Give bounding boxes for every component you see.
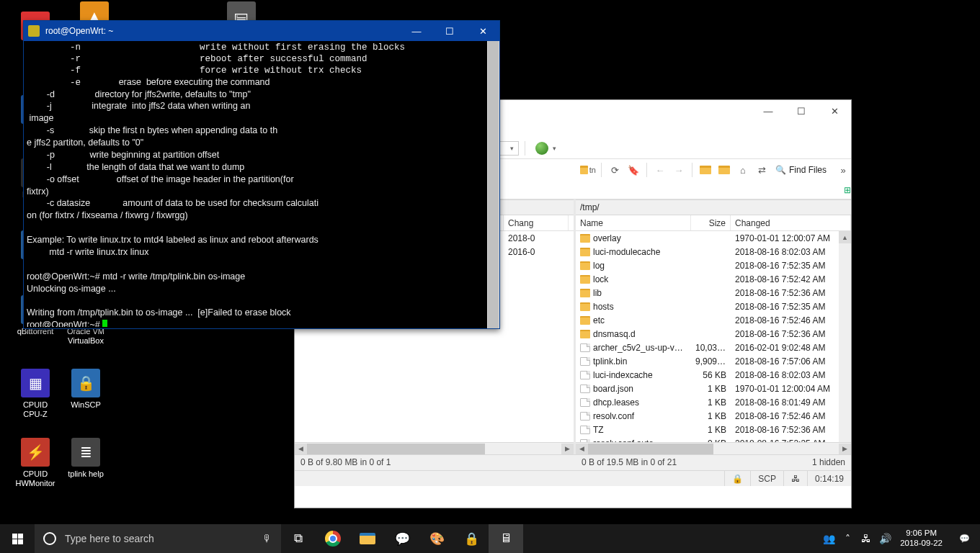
expand-right[interactable]: »	[835, 162, 851, 178]
app-icon-2[interactable]: 🎨	[419, 524, 454, 553]
putty-title-text: root@OpenWrt: ~	[45, 26, 113, 36]
table-row[interactable]: luci-indexcache56 KB2018-08-16 8:02:03 A…	[576, 368, 851, 382]
table-row[interactable]: etc2018-08-16 7:52:46 AM	[576, 313, 851, 327]
network-icon[interactable]: 🖧	[857, 533, 876, 544]
table-row[interactable]: lib2018-08-16 7:52:36 AM	[576, 286, 851, 300]
home-icon[interactable]: ⌂	[735, 162, 751, 178]
table-row[interactable]: log2018-08-16 7:52:35 AM	[576, 258, 851, 272]
desktop-icon-winscp[interactable]: 🔒WinSCP	[61, 369, 111, 410]
desktop-icon-tplink-help[interactable]: ≣tplink help	[61, 438, 111, 479]
minimize-button[interactable]: —	[400, 21, 433, 41]
new-right[interactable]: ⊞	[844, 185, 851, 195]
volume-icon[interactable]: 🔊	[876, 533, 894, 544]
connection-icon[interactable]: 🖧	[783, 471, 807, 486]
winscp-footer: 🔒 SCP 🖧 0:14:19	[295, 470, 851, 486]
table-row[interactable]: dnsmasq.d2018-08-16 7:52:36 AM	[576, 327, 851, 341]
globe-icon	[535, 142, 548, 155]
left-status: 0 B of 9.80 MB in 0 of 1	[295, 455, 576, 470]
right-file-list[interactable]: ▲ overlay1970-01-01 12:00:07 AMluci-modu…	[576, 231, 851, 442]
start-button[interactable]	[0, 524, 35, 553]
putty-scrollbar[interactable]	[487, 41, 499, 328]
action-center-icon[interactable]: 💬	[948, 524, 980, 553]
task-view-icon[interactable]: ⧉	[281, 524, 316, 553]
right-path[interactable]: /tmp/	[576, 199, 851, 215]
desktop-icon-hwmonitor[interactable]: ⚡CPUIDHWMonitor	[10, 438, 61, 487]
right-status: 0 B of 19.5 MB in 0 of 21	[576, 455, 806, 470]
up-folder-icon[interactable]	[698, 162, 713, 178]
clock[interactable]: 9:06 PM2018-09-22	[894, 529, 948, 549]
header-changed: Chang	[504, 215, 569, 230]
right-drive-select[interactable]: tn	[580, 162, 596, 178]
header-changed: Changed	[731, 215, 851, 230]
right-headers[interactable]: Name Size Changed	[576, 215, 851, 231]
chrome-icon[interactable]	[316, 524, 350, 553]
close-button[interactable]: ✕	[818, 100, 851, 122]
header-name: Name	[576, 215, 691, 230]
desktop-icon-cpuz[interactable]: ▦CPUIDCPU-Z	[10, 369, 61, 418]
table-row[interactable]: resolv.conf.auto0 KB2018-08-16 7:52:35 A…	[576, 436, 851, 442]
protocol-label: SCP	[750, 471, 783, 486]
table-row[interactable]: resolv.conf1 KB2018-08-16 7:52:46 AM	[576, 409, 851, 423]
maximize-button[interactable]: ☐	[785, 100, 818, 122]
right-nav-toolbar: tn ⟳ 🔖 ← → ⌂ ⇄ 🔍 Find Files »	[576, 159, 851, 181]
search-box[interactable]: Type here to search 🎙	[35, 524, 281, 553]
hidden-count: 1 hidden	[806, 455, 851, 470]
fwd-icon[interactable]: →	[671, 162, 687, 178]
tray-expand-icon[interactable]: ˄	[838, 533, 857, 544]
taskbar: Type here to search 🎙 ⧉ 💬 🎨 🔒 🖥 👥 ˄ 🖧 🔊 …	[0, 524, 980, 553]
table-row[interactable]: dhcp.leases1 KB2018-08-16 8:01:49 AM	[576, 395, 851, 409]
table-row[interactable]: board.json1 KB1970-01-01 12:00:04 AM	[576, 382, 851, 395]
table-row[interactable]: luci-modulecache2018-08-16 8:02:03 AM	[576, 245, 851, 258]
table-row[interactable]: archer_c5v2_us-up-ve…10,037 KB2016-02-01…	[576, 341, 851, 354]
table-row[interactable]: overlay1970-01-01 12:00:07 AM	[576, 231, 851, 245]
putty-icon	[28, 25, 40, 37]
putty-taskbar-icon[interactable]: 🖥	[489, 524, 523, 553]
putty-window: root@OpenWrt: ~ — ☐ ✕ -n write without f…	[23, 20, 500, 329]
back-icon[interactable]: ←	[652, 162, 668, 178]
table-row[interactable]: hosts2018-08-16 7:52:35 AM	[576, 300, 851, 313]
root-folder-icon[interactable]	[716, 162, 732, 178]
putty-titlebar[interactable]: root@OpenWrt: ~ — ☐ ✕	[24, 21, 499, 41]
right-v-scrollbar[interactable]: ▲	[839, 231, 851, 442]
terminal-output[interactable]: -n write without first erasing the block…	[27, 42, 486, 327]
maximize-button[interactable]: ☐	[433, 21, 466, 41]
connection-time: 0:14:19	[807, 471, 851, 486]
bookmark-icon[interactable]: 🔖	[625, 162, 641, 178]
cortana-icon	[43, 532, 56, 545]
mic-icon[interactable]: 🎙	[262, 533, 272, 544]
app-icon-1[interactable]: 💬	[385, 524, 419, 553]
file-explorer-icon[interactable]	[350, 524, 385, 553]
people-icon[interactable]: 👥	[819, 533, 838, 544]
left-h-scrollbar[interactable]: ◀▶	[295, 442, 574, 454]
right-h-scrollbar[interactable]: ◀▶	[576, 442, 851, 454]
table-row[interactable]: TZ1 KB2018-08-16 7:52:36 AM	[576, 423, 851, 436]
close-button[interactable]: ✕	[466, 21, 499, 41]
search-placeholder: Type here to search	[65, 533, 154, 544]
table-row[interactable]: lock2018-08-16 7:52:42 AM	[576, 272, 851, 286]
right-panel: /tmp/ Name Size Changed ▲ overlay1970-01…	[576, 199, 851, 454]
find-files-button[interactable]: 🔍 Find Files	[775, 165, 827, 175]
sync-dropdown[interactable]	[531, 140, 561, 156]
minimize-button[interactable]: —	[752, 100, 785, 122]
sync-browse-icon[interactable]: ⇄	[754, 162, 770, 178]
refresh-icon[interactable]: ⟳	[607, 162, 623, 178]
winscp-status: 0 B of 9.80 MB in 0 of 1 0 B of 19.5 MB …	[295, 454, 851, 470]
winscp-taskbar-icon[interactable]: 🔒	[454, 524, 489, 553]
table-row[interactable]: tplink.bin9,909 KB2018-08-16 7:57:06 AM	[576, 354, 851, 368]
header-size: Size	[691, 215, 731, 230]
encryption-icon[interactable]: 🔒	[724, 471, 750, 486]
